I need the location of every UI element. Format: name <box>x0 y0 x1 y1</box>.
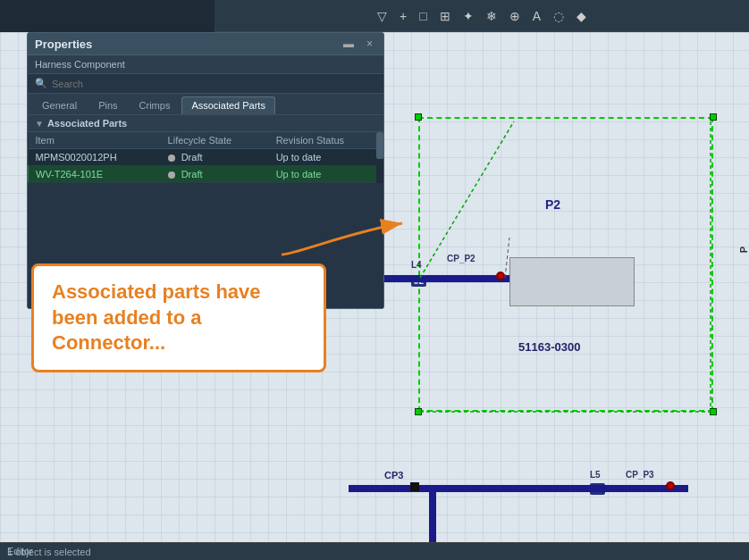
section-collapse-icon[interactable]: ▼ <box>35 119 44 129</box>
associated-parts-table: Item Lifecycle State Revision Status MPM… <box>28 132 383 183</box>
table-row[interactable]: MPMS0020012PH Draft Up to date <box>29 149 383 166</box>
panel-close-button[interactable]: × <box>363 37 376 51</box>
col-header-item: Item <box>29 132 161 149</box>
callout-box: Associated parts have been added to a Co… <box>31 263 326 372</box>
diamond-icon[interactable]: ◆ <box>572 6 591 26</box>
table-row[interactable]: WV-T264-101E Draft Up to date <box>29 166 383 183</box>
search-icon: 🔍 <box>35 78 47 89</box>
panel-header: Properties ▬ × <box>28 33 383 55</box>
cell-item-1: MPMS0020012PH <box>29 149 161 166</box>
grid-icon[interactable]: ⊞ <box>435 6 455 26</box>
p2-label: P2 <box>545 197 560 212</box>
right-edge-label: P <box>738 247 749 253</box>
connector-body <box>509 257 635 306</box>
wire-v1 <box>429 492 436 542</box>
editor-label: Editor <box>0 542 40 560</box>
cp3-label: CP3 <box>384 470 403 481</box>
col-header-lifecycle: Lifecycle State <box>161 132 269 149</box>
selection-handle-br <box>710 408 717 415</box>
col-header-revision: Revision Status <box>269 132 383 149</box>
cell-lifecycle-1: Draft <box>161 149 269 166</box>
text-icon[interactable]: A <box>528 6 545 26</box>
wire-h2 <box>349 485 688 492</box>
cell-lifecycle-2: Draft <box>161 166 269 183</box>
part-number-label: 51163-0300 <box>518 340 580 354</box>
junction-j3 <box>666 481 675 490</box>
cp-p3-label: CP_P3 <box>626 470 654 480</box>
star-icon[interactable]: ✦ <box>459 6 478 26</box>
table-scrollbar[interactable] <box>376 132 383 183</box>
tab-pins[interactable]: Pins <box>88 96 127 114</box>
main-toolbar: ▽ + □ ⊞ ✦ ❄ ⊕ A ◌ ◆ <box>215 0 749 32</box>
callout-text: Associated parts have been added to a Co… <box>52 280 306 356</box>
rect-icon[interactable]: □ <box>415 6 431 26</box>
l5-label: L5 <box>590 470 601 480</box>
panel-tabs: General Pins Crimps Associated Parts <box>28 94 383 115</box>
cp-p2-label: CP_P2 <box>447 254 475 263</box>
panel-pin-button[interactable]: ▬ <box>340 37 358 51</box>
cell-item-2: WV-T264-101E <box>29 166 161 183</box>
tab-crimps[interactable]: Crimps <box>130 96 181 114</box>
panel-title: Properties <box>35 38 92 51</box>
add-icon[interactable]: + <box>395 6 411 26</box>
wire-h1 <box>384 275 509 282</box>
selection-handle-tl <box>415 113 422 121</box>
section-title: Associated Parts <box>47 118 127 129</box>
junction-cp3 <box>410 482 419 491</box>
cell-revision-2: Up to date <box>269 166 383 183</box>
selection-handle-tr <box>710 113 717 121</box>
tab-general[interactable]: General <box>32 96 87 114</box>
tab-associated-parts[interactable]: Associated Parts <box>181 96 275 114</box>
status-dot-1 <box>168 155 175 162</box>
split-icon[interactable]: ⊕ <box>505 6 525 26</box>
panel-subtitle: Harness Component <box>28 55 383 74</box>
section-header-associated-parts: ▼ Associated Parts <box>28 115 383 132</box>
search-bar: 🔍 <box>28 74 383 94</box>
search-input[interactable] <box>52 79 376 89</box>
status-dot-2 <box>168 171 175 179</box>
junction-j2 <box>496 272 505 280</box>
table-container: Item Lifecycle State Revision Status MPM… <box>28 132 383 183</box>
filter-icon[interactable]: ▽ <box>373 6 391 26</box>
snowflake-icon[interactable]: ❄ <box>482 6 501 26</box>
selection-handle-bl <box>415 408 422 415</box>
circle-icon[interactable]: ◌ <box>549 6 568 26</box>
scrollbar-thumb[interactable] <box>376 132 383 159</box>
panel-controls: ▬ × <box>340 37 376 51</box>
status-bar: 1 object is selected <box>0 542 749 560</box>
l4-label: L4 <box>411 260 422 270</box>
cell-revision-1: Up to date <box>269 149 383 166</box>
